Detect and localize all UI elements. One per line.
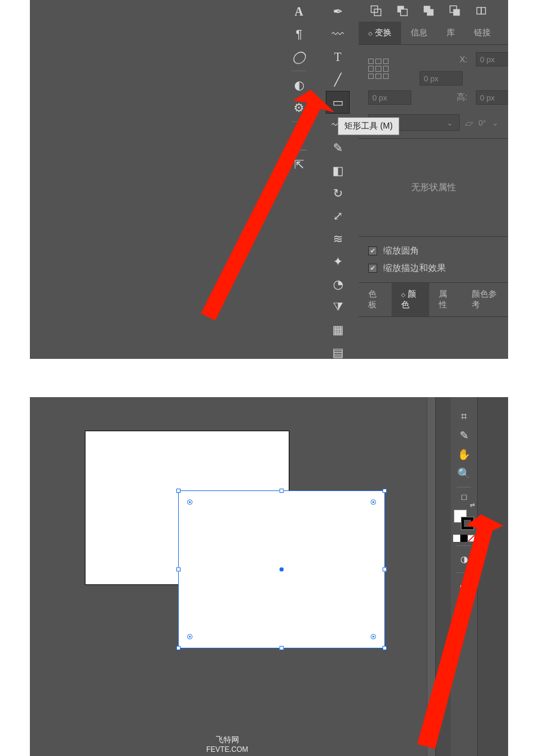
- 3d-icon[interactable]: ◐: [287, 74, 311, 96]
- corner-radius-widget[interactable]: [371, 499, 376, 505]
- shape-builder-tool-icon[interactable]: ◔: [326, 273, 350, 295]
- tab-color-guide[interactable]: 颜色参考: [462, 283, 508, 316]
- scale-corners-row[interactable]: ✔ 缩放圆角: [368, 245, 499, 257]
- exclude-icon[interactable]: [448, 4, 461, 17]
- type-tool-icon[interactable]: T: [326, 45, 350, 68]
- reference-point-grid[interactable]: [368, 59, 389, 79]
- angle-value: 0°: [479, 118, 486, 127]
- gradient-tool-icon[interactable]: ▤: [326, 341, 350, 359]
- pin-tool-icon[interactable]: ✦: [326, 250, 350, 273]
- color-mode-solid-icon[interactable]: [453, 535, 460, 542]
- scale-corners-label: 缩放圆角: [383, 245, 419, 257]
- scale-strokes-row[interactable]: ✔ 缩放描边和效果: [368, 263, 499, 274]
- default-fill-stroke-icon[interactable]: ◻: [453, 491, 475, 502]
- resize-handle[interactable]: [383, 646, 387, 650]
- color-tabbar: 色板 ◇颜色 属性 颜色参考: [359, 282, 508, 317]
- properties-panel: ◇变换 信息 库 链接 X: 宽: Y: 高: ⌄ ▱ 0° ⌄: [359, 0, 508, 359]
- tab-transform[interactable]: ◇变换: [359, 22, 401, 44]
- shear-icon: ▱: [463, 117, 474, 129]
- rotate-tool-icon[interactable]: ↻: [326, 182, 350, 205]
- divide-icon[interactable]: [475, 4, 488, 17]
- minus-front-icon[interactable]: [396, 4, 409, 17]
- color-mode-gradient-icon[interactable]: [460, 535, 467, 542]
- draw-mode-icon[interactable]: ◑: [453, 550, 475, 569]
- ellipse-tool-icon[interactable]: ◯: [287, 45, 311, 68]
- tab-swatches[interactable]: 色板: [359, 283, 392, 316]
- corner-radius-widget[interactable]: [371, 634, 376, 639]
- svg-rect-9: [481, 8, 485, 14]
- fill-stroke-swatches[interactable]: [454, 510, 474, 530]
- watermark: 飞特网 FEVTE.COM: [30, 734, 424, 754]
- type-tool-icon[interactable]: A: [287, 0, 311, 23]
- width-input[interactable]: [420, 71, 463, 86]
- width-tool-icon[interactable]: ≋: [326, 227, 350, 250]
- left-tool-column: A ¶ ◯ ◐ ⚙ ▶ ⇱: [287, 0, 311, 176]
- pencil-tool-icon[interactable]: ✎: [326, 136, 350, 159]
- chevron-down-icon: ⌄: [447, 118, 453, 127]
- watermark-line2: FEVTE.COM: [30, 745, 424, 754]
- eraser-tool-icon[interactable]: ◧: [326, 159, 350, 182]
- resize-handle[interactable]: [383, 489, 387, 493]
- perspective-tool-icon[interactable]: ⧩: [326, 295, 350, 318]
- resize-handle[interactable]: [280, 646, 284, 650]
- line-tool-icon[interactable]: ╱: [326, 68, 350, 91]
- panel-divider: [435, 397, 451, 756]
- checkbox-checked-icon[interactable]: ✔: [368, 246, 377, 255]
- color-quick-row: [453, 535, 475, 542]
- corner-radius-widget[interactable]: [187, 634, 192, 639]
- resize-handle[interactable]: [280, 489, 284, 493]
- play-icon[interactable]: ▶: [287, 124, 311, 147]
- resize-handle[interactable]: [176, 646, 181, 650]
- right-tool-column: ✒ 〰 T ╱ ▭ 〰 ✎ ◧ ↻ ⤢ ≋ ✦ ◔ ⧩ ▦ ▤: [326, 0, 350, 359]
- y-input[interactable]: [368, 90, 411, 105]
- paragraph-icon[interactable]: ¶: [287, 23, 311, 45]
- no-shape-properties-message: 无形状属性: [359, 138, 508, 237]
- x-input[interactable]: [476, 52, 508, 66]
- mesh-tool-icon[interactable]: ▦: [326, 318, 350, 341]
- hand-tool-icon[interactable]: ✋: [453, 445, 475, 464]
- svg-rect-5: [427, 9, 433, 16]
- curvature-tool-icon[interactable]: 〰: [326, 23, 350, 45]
- svg-rect-8: [477, 8, 481, 14]
- tab-links[interactable]: 链接: [464, 22, 500, 44]
- scale-strokes-label: 缩放描边和效果: [383, 263, 446, 274]
- scale-tool-icon[interactable]: ⤢: [326, 205, 350, 227]
- checkbox-checked-icon[interactable]: ✔: [368, 264, 377, 273]
- swap-fill-stroke-icon[interactable]: ⇄: [470, 502, 475, 508]
- watermark-line1: 飞特网: [30, 734, 424, 745]
- pen-tool-icon[interactable]: ✒: [326, 0, 350, 23]
- height-input[interactable]: [476, 90, 508, 105]
- rectangle-tool-tooltip: 矩形工具 (M): [338, 117, 399, 135]
- eyedropper-tool-icon[interactable]: ✎: [453, 426, 475, 445]
- tab-color[interactable]: ◇颜色: [392, 283, 430, 316]
- resize-handle[interactable]: [383, 568, 387, 572]
- resize-handle[interactable]: [176, 568, 181, 572]
- chevron-down-icon[interactable]: ⌄: [492, 118, 499, 127]
- export-icon[interactable]: ⇱: [287, 153, 311, 176]
- screen-mode-icon[interactable]: ▭: [453, 577, 475, 596]
- crop-tool-icon[interactable]: ⌗: [453, 407, 475, 426]
- selection-center-icon[interactable]: [280, 568, 284, 572]
- collapsed-panels-strip[interactable]: [477, 397, 508, 756]
- transform-checks: ✔ 缩放圆角 ✔ 缩放描边和效果: [359, 237, 508, 282]
- svg-rect-3: [401, 9, 407, 16]
- tab-library[interactable]: 库: [437, 22, 464, 44]
- resize-handle[interactable]: [176, 489, 181, 493]
- tab-attributes[interactable]: 属性: [429, 283, 462, 316]
- unite-icon[interactable]: [369, 4, 383, 17]
- rectangle-tool-icon[interactable]: ▭: [326, 91, 350, 114]
- color-mode-none-icon[interactable]: [467, 535, 475, 542]
- screenshot-2: ⌗ ✎ ✋ 🔍 ◻ ⇄ ◑ ▭ 飞特网 FEVTE.COM: [30, 397, 508, 756]
- zoom-tool-icon[interactable]: 🔍: [453, 464, 475, 483]
- gears-icon[interactable]: ⚙: [287, 96, 311, 119]
- selection-bounding-box[interactable]: [178, 490, 385, 648]
- height-label: 高:: [420, 92, 467, 103]
- intersect-icon[interactable]: [422, 4, 435, 17]
- tab-label: 变换: [375, 28, 392, 37]
- corner-radius-widget[interactable]: [187, 499, 192, 505]
- vertical-scrollbar[interactable]: [427, 397, 435, 756]
- canvas-area[interactable]: [30, 0, 281, 359]
- tab-info[interactable]: 信息: [401, 22, 437, 44]
- screenshot-1: A ¶ ◯ ◐ ⚙ ▶ ⇱ ✒ 〰 T ╱ ▭ 〰 ✎ ◧ ↻ ⤢ ≋ ✦ ◔ …: [30, 0, 508, 359]
- stroke-swatch[interactable]: [461, 517, 474, 530]
